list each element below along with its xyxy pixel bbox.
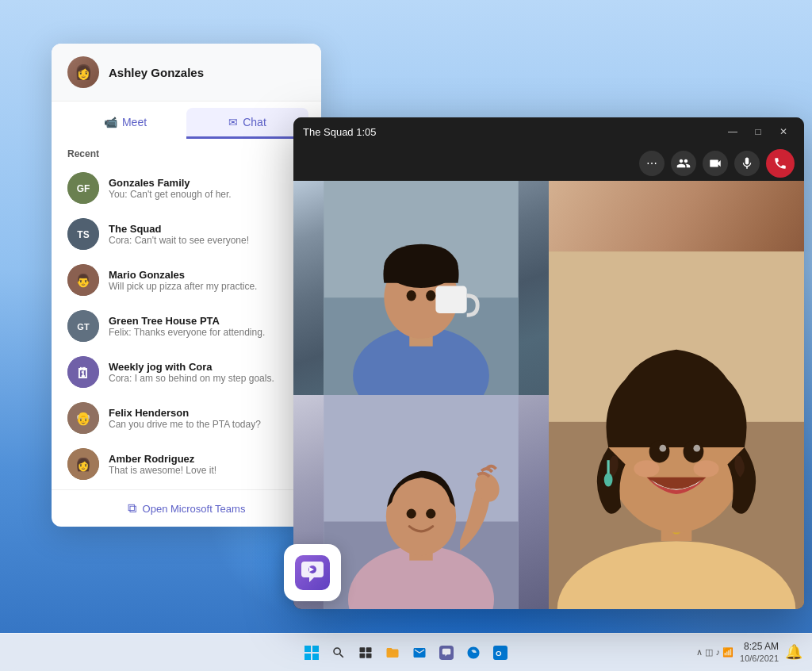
svg-text:🗓: 🗓 [76, 366, 90, 382]
video-window: The Squad 1:05 — □ ✕ ⋯ [293, 117, 804, 609]
participant-right [549, 181, 804, 609]
participants-button[interactable] [671, 151, 696, 176]
svg-point-52 [634, 460, 659, 477]
tab-meet[interactable]: 📹 Meet [64, 108, 186, 139]
chat-panel-header: 👩 Ashley Gonzales [52, 44, 321, 102]
taskbar-task-view-button[interactable] [354, 642, 377, 664]
svg-text:👴: 👴 [75, 411, 91, 426]
minimize-button[interactable]: — [722, 121, 744, 143]
avatar-felix: 👴 [67, 402, 99, 434]
svg-text:TS: TS [77, 229, 89, 240]
taskbar-windows-button[interactable] [301, 642, 323, 664]
clock-area: 8:25 AM 10/6/2021 [740, 641, 779, 665]
svg-point-38 [426, 509, 435, 519]
svg-point-47 [684, 440, 704, 462]
avatar-weekly-jog: 🗓 [67, 356, 99, 388]
avatar-the-squad: TS [67, 218, 99, 250]
taskbar-edge-button[interactable] [462, 642, 485, 664]
taskbar-center: O [301, 642, 511, 664]
svg-text:GF: GF [77, 183, 90, 194]
notifications-button[interactable]: 🔔 [785, 643, 802, 661]
video-controls-bar: ⋯ [293, 146, 804, 181]
svg-rect-59 [312, 654, 319, 660]
system-icons: ∧ ◫ ♪ 📶 [696, 647, 733, 658]
meet-icon: 📹 [104, 116, 117, 128]
video-call-title: The Squad 1:05 [303, 126, 377, 138]
avatar-mario: 👨 [67, 264, 99, 296]
teams-float-icon[interactable] [284, 544, 341, 601]
recent-section: Recent GF Gonzales Family You: Can't get… [52, 139, 321, 489]
svg-text:👩: 👩 [75, 457, 91, 472]
svg-point-37 [407, 509, 416, 519]
taskbar-teams-chat-button[interactable] [435, 642, 458, 664]
recent-label: Recent [67, 148, 305, 159]
contact-item-the-squad[interactable]: TS The Squad Cora: Can't wait to see eve… [67, 212, 305, 256]
chat-tab-icon: ✉ [228, 116, 238, 128]
svg-rect-62 [360, 653, 366, 658]
tab-chat[interactable]: ✉ Chat [186, 108, 308, 139]
participant-top-left [293, 181, 549, 395]
taskbar-outlook-button[interactable]: O [489, 642, 511, 664]
taskbar-search-button[interactable] [327, 642, 350, 664]
svg-rect-60 [360, 647, 366, 652]
svg-point-51 [604, 473, 613, 486]
svg-point-46 [649, 440, 670, 462]
taskbar: O ∧ ◫ ♪ 📶 8:25 AM 10/6/2021 🔔 [0, 633, 812, 671]
svg-point-29 [407, 290, 416, 301]
taskbar-date: 10/6/2021 [740, 653, 779, 664]
window-controls: — □ ✕ [722, 121, 795, 143]
avatar-gonzales-family: GF [67, 172, 99, 204]
svg-rect-56 [304, 646, 311, 652]
svg-point-48 [660, 445, 667, 452]
svg-rect-58 [304, 654, 311, 660]
contact-info-green-tree: Green Tree House PTA Felix: Thanks every… [109, 315, 305, 338]
end-call-button[interactable] [766, 149, 795, 178]
contact-item-felix[interactable]: 👴 Felix Henderson Can you drive me to th… [67, 396, 305, 440]
svg-text:O: O [496, 648, 502, 657]
contact-item-green-tree[interactable]: GT Green Tree House PTA Felix: Thanks ev… [67, 304, 305, 348]
video-grid [293, 181, 804, 609]
contact-info-weekly-jog: Weekly jog with Cora Cora: I am so behin… [109, 361, 305, 384]
mic-button[interactable] [734, 151, 760, 176]
svg-text:GT: GT [77, 322, 90, 332]
close-button[interactable]: ✕ [772, 121, 795, 143]
maximize-button[interactable]: □ [747, 121, 769, 143]
contact-info-amber: Amber Rodriguez That is awesome! Love it… [109, 453, 305, 476]
user-name: Ashley Gonzales [109, 66, 204, 79]
svg-point-53 [693, 460, 718, 477]
svg-point-49 [693, 445, 700, 452]
teams-icon: ⧉ [128, 501, 136, 516]
avatar-green-tree: GT [67, 310, 99, 342]
avatar-amber: 👩 [67, 448, 99, 480]
svg-point-30 [426, 290, 435, 301]
video-titlebar: The Squad 1:05 — □ ✕ [293, 117, 804, 146]
contact-info-felix: Felix Henderson Can you drive me to the … [109, 407, 305, 430]
taskbar-file-explorer-button[interactable] [381, 642, 404, 664]
svg-rect-63 [366, 653, 372, 658]
contact-info-the-squad: The Squad Cora: Can't wait to see everyo… [109, 223, 305, 246]
contact-item-mario[interactable]: 👨 Mario Gonzales Will pick up pizza afte… [67, 258, 305, 302]
svg-text:👨: 👨 [75, 273, 91, 288]
svg-rect-61 [366, 647, 372, 652]
contact-info-gonzales-family: Gonzales Family You: Can't get enough of… [109, 177, 305, 200]
tabs-bar: 📹 Meet ✉ Chat [52, 102, 321, 139]
camera-button[interactable] [703, 151, 728, 176]
open-teams-button[interactable]: ⧉ Open Microsoft Teams [52, 489, 321, 527]
svg-rect-28 [435, 286, 466, 313]
user-avatar: 👩 [67, 56, 99, 88]
taskbar-right: ∧ ◫ ♪ 📶 8:25 AM 10/6/2021 🔔 [696, 641, 802, 665]
contact-list: GF Gonzales Family You: Can't get enough… [67, 166, 305, 486]
taskbar-time: 8:25 AM [740, 641, 779, 654]
contact-item-weekly-jog[interactable]: 🗓 Weekly jog with Cora Cora: I am so beh… [67, 350, 305, 394]
contact-item-gonzales-family[interactable]: GF Gonzales Family You: Can't get enough… [67, 166, 305, 210]
taskbar-mail-button[interactable] [408, 642, 431, 664]
contact-info-mario: Mario Gonzales Will pick up pizza after … [109, 269, 305, 292]
more-options-button[interactable]: ⋯ [639, 151, 665, 176]
svg-rect-57 [312, 646, 319, 652]
contact-item-amber[interactable]: 👩 Amber Rodriguez That is awesome! Love … [67, 442, 305, 486]
chat-panel: 👩 Ashley Gonzales 📹 Meet ✉ Chat Recent G… [52, 44, 321, 527]
